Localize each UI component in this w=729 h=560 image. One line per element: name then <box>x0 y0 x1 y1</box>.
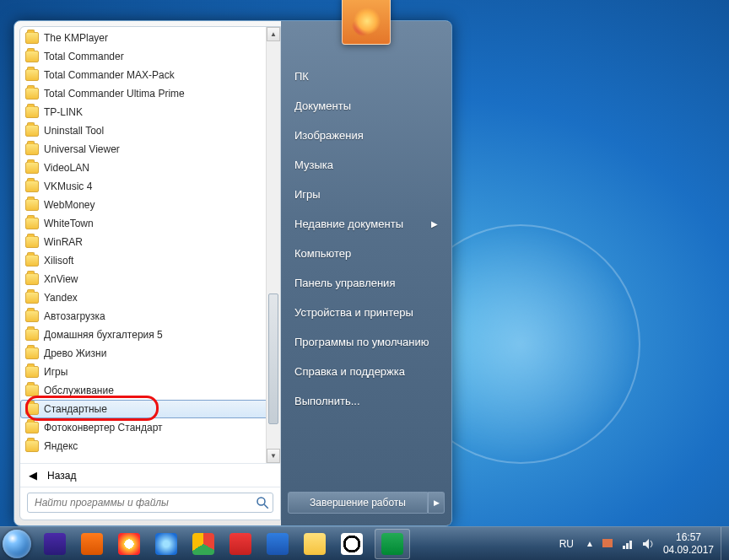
program-folder-item[interactable]: TP-LINK <box>20 103 280 121</box>
right-panel-label: Документы <box>294 100 351 112</box>
taskbar-pinned-internet-explorer[interactable] <box>148 529 184 559</box>
program-label: TP-LINK <box>44 106 83 118</box>
program-label: VKMusic 4 <box>44 180 92 192</box>
program-folder-item[interactable]: Yandex <box>20 288 280 307</box>
program-label: Universal Viewer <box>44 143 120 155</box>
right-panel-item[interactable]: Панель управления <box>281 268 451 298</box>
program-folder-item[interactable]: WhiteTown <box>20 214 280 233</box>
taskbar-pinned-file-explorer[interactable] <box>297 529 332 559</box>
folder-icon <box>25 32 39 44</box>
scroll-down-button[interactable]: ▼ <box>267 449 280 463</box>
right-panel-item[interactable]: Программы по умолчанию <box>281 327 451 357</box>
vivaldi-icon <box>230 533 251 555</box>
user-avatar[interactable] <box>342 0 391 45</box>
program-folder-item[interactable]: Total Commander Ultima Prime <box>20 84 280 103</box>
scroll-up-button[interactable]: ▲ <box>267 27 280 41</box>
shutdown-options-button[interactable]: ▶ <box>428 492 445 514</box>
program-folder-item[interactable]: VKMusic 4 <box>20 177 280 196</box>
program-folder-item[interactable]: Обслуживание <box>20 381 280 400</box>
right-panel-item[interactable]: Игры <box>281 180 451 209</box>
program-folder-item[interactable]: Universal Viewer <box>20 140 280 159</box>
taskbar-running-running-app[interactable] <box>375 529 410 559</box>
back-label: Назад <box>47 470 76 482</box>
taskbar-pinned-vivaldi[interactable] <box>223 529 258 559</box>
program-folder-item[interactable]: Total Commander <box>20 47 280 66</box>
svg-rect-2 <box>602 539 613 547</box>
right-panel-item[interactable]: Компьютер <box>281 239 451 268</box>
folder-icon <box>25 69 39 81</box>
internet-explorer-icon <box>155 533 177 555</box>
svg-rect-3 <box>623 546 625 549</box>
clock[interactable]: 16:57 04.09.2017 <box>663 531 714 556</box>
back-button[interactable]: ◀ Назад <box>20 463 280 487</box>
program-folder-item[interactable]: Xilisoft <box>20 251 280 270</box>
right-panel-label: Устройства и принтеры <box>294 306 413 319</box>
file-explorer-icon <box>304 533 326 555</box>
network-icon[interactable] <box>621 537 634 551</box>
program-folder-item[interactable]: Автозагрузка <box>20 307 280 326</box>
program-label: Автозагрузка <box>44 310 105 322</box>
scroll-thumb[interactable] <box>268 293 278 424</box>
folder-icon <box>25 199 39 211</box>
search-row <box>20 487 280 520</box>
start-menu-left-pane: The KMPlayerTotal CommanderTotal Command… <box>19 26 281 520</box>
program-folder-item[interactable]: Древо Жизни <box>20 344 280 363</box>
program-label: Игры <box>44 366 68 378</box>
taskbar-pinned-media-player[interactable] <box>37 529 73 559</box>
right-panel-item[interactable]: Изображения <box>281 121 451 150</box>
start-button[interactable] <box>0 527 34 561</box>
folder-icon <box>25 51 39 62</box>
folder-icon <box>25 218 39 229</box>
program-folder-item[interactable]: WinRAR <box>20 233 280 251</box>
right-panel-label: Выполнить... <box>294 395 360 407</box>
right-panel-item[interactable]: Недавние документы▶ <box>281 209 451 239</box>
taskbar-pinned-aimder[interactable] <box>74 529 110 559</box>
program-folder-item[interactable]: Игры <box>20 363 280 381</box>
folder-icon <box>25 125 39 137</box>
folder-icon <box>25 329 39 341</box>
folder-icon <box>25 366 39 378</box>
right-panel-item[interactable]: ПК <box>281 62 451 91</box>
taskbar-pinned-panda[interactable] <box>334 529 370 559</box>
flag-icon[interactable] <box>601 537 614 551</box>
taskbar-pinned-maxthon[interactable] <box>260 529 295 559</box>
volume-icon[interactable] <box>641 537 655 551</box>
back-arrow-icon: ◀ <box>29 469 37 482</box>
search-input[interactable] <box>27 493 273 513</box>
folder-icon <box>25 292 39 304</box>
tray-icons[interactable]: ▲ <box>586 537 655 551</box>
search-icon <box>255 495 270 510</box>
program-folder-item[interactable]: Домашняя бухгалтерия 5 <box>20 326 280 344</box>
folder-icon <box>25 88 39 100</box>
programs-scrollbar[interactable]: ▲ ▼ <box>266 27 280 463</box>
tray-chevron-icon[interactable]: ▲ <box>586 539 594 548</box>
program-folder-item[interactable]: The KMPlayer <box>20 29 280 47</box>
program-folder-item[interactable]: VideoLAN <box>20 159 280 177</box>
program-folder-item[interactable]: Фотоконвертер Стандарт <box>20 418 280 437</box>
program-folder-item[interactable]: Total Commander MAX-Pack <box>20 66 280 84</box>
program-folder-item[interactable]: WebMoney <box>20 196 280 214</box>
program-label: Xilisoft <box>44 255 73 267</box>
program-folder-item[interactable]: Uninstall Tool <box>20 121 280 140</box>
right-panel-item[interactable]: Музыка <box>281 150 451 180</box>
taskbar-pinned-chrome[interactable] <box>186 529 221 559</box>
program-folder-item[interactable]: XnView <box>20 270 280 288</box>
program-label: Яндекс <box>44 440 78 452</box>
right-panel-item[interactable]: Устройства и принтеры <box>281 298 451 327</box>
program-folder-item[interactable]: Стандартные <box>20 400 280 418</box>
svg-line-1 <box>264 504 268 509</box>
right-panel-item[interactable]: Справка и поддержка <box>281 357 451 386</box>
right-panel-label: Изображения <box>294 129 364 142</box>
right-panel-item[interactable]: Документы <box>281 91 451 121</box>
program-folder-item[interactable]: Яндекс <box>20 437 280 455</box>
aimder-icon <box>81 533 103 555</box>
shutdown-button[interactable]: Завершение работы <box>288 492 428 514</box>
system-tray: RU ▲ 16:57 04.09.2017 <box>556 531 721 556</box>
right-panel-label: Недавние документы <box>294 218 403 230</box>
media-player-icon <box>44 533 66 555</box>
language-indicator[interactable]: RU <box>556 536 577 552</box>
right-panel-item[interactable]: Выполнить... <box>281 386 451 416</box>
show-desktop-button[interactable] <box>721 527 729 561</box>
right-panel-label: Музыка <box>294 159 333 171</box>
taskbar-pinned-yandex-browser[interactable] <box>111 529 147 559</box>
